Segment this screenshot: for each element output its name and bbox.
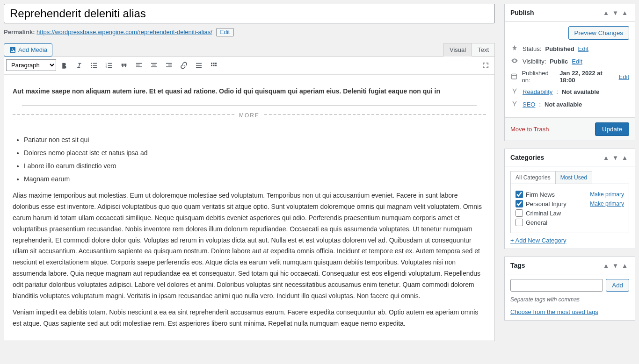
permalink-url[interactable]: https://wordpressbase.wpengine.com/repre… xyxy=(36,29,212,36)
svg-rect-21 xyxy=(196,63,202,64)
permalink-row: Permalink: https://wordpressbase.wpengin… xyxy=(4,28,495,36)
italic-icon[interactable] xyxy=(72,58,86,72)
update-button[interactable]: Update xyxy=(595,122,629,136)
svg-rect-18 xyxy=(166,63,172,64)
category-checkbox[interactable] xyxy=(516,200,523,207)
body-paragraph: Veniam impedit ea debitis totam. Nobis n… xyxy=(13,307,486,329)
choose-tags-link[interactable]: Choose from the most used tags xyxy=(510,308,598,315)
svg-rect-24 xyxy=(211,63,212,64)
body-paragraph: Alias maxime temporibus aut molestias. E… xyxy=(13,190,486,301)
chevron-up-icon[interactable]: ▴ xyxy=(601,153,610,162)
svg-rect-27 xyxy=(211,64,212,66)
panel-toggle-icon[interactable]: ▴ xyxy=(620,153,629,162)
seo-link[interactable]: SEO xyxy=(523,101,535,108)
svg-rect-3 xyxy=(93,63,97,64)
tab-text[interactable]: Text xyxy=(472,43,495,57)
panel-toggle-icon[interactable]: ▴ xyxy=(620,261,629,270)
toolbar-toggle-icon[interactable] xyxy=(207,58,221,72)
tags-input[interactable] xyxy=(510,279,603,292)
categories-title: Categories xyxy=(510,154,544,161)
tags-hint: Separate tags with commas xyxy=(510,296,629,303)
chevron-up-icon[interactable]: ▴ xyxy=(601,261,610,270)
make-primary-link[interactable]: Make primary xyxy=(590,200,624,207)
tab-visual[interactable]: Visual xyxy=(443,43,472,57)
read-more-icon[interactable] xyxy=(192,58,206,72)
lead-paragraph: Aut maxime saepe non aliquam autem iure.… xyxy=(13,87,440,95)
align-left-icon[interactable] xyxy=(132,58,146,72)
svg-rect-10 xyxy=(108,65,112,66)
svg-rect-4 xyxy=(93,65,97,66)
svg-rect-22 xyxy=(196,65,202,66)
tags-title: Tags xyxy=(510,262,525,269)
add-tag-button[interactable]: Add xyxy=(606,279,629,292)
svg-rect-20 xyxy=(166,66,172,67)
panel-toggle-icon[interactable]: ▴ xyxy=(620,8,629,17)
visibility-edit-link[interactable]: Edit xyxy=(572,58,582,65)
list-item: Labore illo earum distinctio vero xyxy=(24,161,486,172)
svg-rect-29 xyxy=(215,64,217,66)
svg-text:3: 3 xyxy=(106,66,107,69)
separator xyxy=(22,105,477,106)
chevron-down-icon[interactable]: ▾ xyxy=(610,261,620,270)
svg-rect-28 xyxy=(213,64,215,66)
svg-point-1 xyxy=(91,64,92,65)
svg-rect-16 xyxy=(152,64,156,65)
tags-panel: Tags ▴ ▾ ▴ Add Separate tags with commas… xyxy=(504,257,635,321)
svg-rect-17 xyxy=(151,66,157,67)
svg-rect-15 xyxy=(151,63,157,64)
editor-toolbar: Paragraph 123 xyxy=(4,57,494,75)
preview-button[interactable]: Preview Changes xyxy=(568,26,629,40)
quote-icon[interactable] xyxy=(117,58,131,72)
category-checkbox[interactable] xyxy=(516,209,523,217)
link-icon[interactable] xyxy=(177,58,191,72)
move-to-trash-link[interactable]: Move to Trash xyxy=(510,126,549,133)
tab-most-used[interactable]: Most Used xyxy=(555,171,592,184)
svg-point-0 xyxy=(91,63,92,64)
list-item: Dolores nemo placeat iste et natus ipsa … xyxy=(24,148,486,159)
yoast-icon xyxy=(510,87,519,96)
add-media-button[interactable]: Add Media xyxy=(4,43,52,57)
readability-link[interactable]: Readability xyxy=(523,88,552,95)
more-tag: MORE xyxy=(13,114,486,126)
make-primary-link[interactable]: Make primary xyxy=(590,191,624,198)
category-checkbox[interactable] xyxy=(516,191,523,198)
chevron-up-icon[interactable]: ▴ xyxy=(601,8,610,17)
format-select[interactable]: Paragraph xyxy=(6,59,56,71)
calendar-icon xyxy=(510,72,518,81)
post-title-input[interactable] xyxy=(4,4,495,23)
svg-rect-31 xyxy=(512,75,517,76)
editor: Paragraph 123 Aut maxime saepe non aliqu… xyxy=(4,56,495,341)
svg-rect-19 xyxy=(168,64,172,65)
svg-rect-25 xyxy=(213,63,215,64)
fullscreen-icon[interactable] xyxy=(479,58,493,72)
tab-all-categories[interactable]: All Categories xyxy=(510,171,556,184)
content-editor[interactable]: Aut maxime saepe non aliquam autem iure.… xyxy=(4,75,494,341)
add-new-category-link[interactable]: + Add New Category xyxy=(510,237,566,244)
permalink-edit-button[interactable]: Edit xyxy=(216,28,234,36)
list-item: Pariatur non est sit qui xyxy=(24,135,486,146)
align-center-icon[interactable] xyxy=(147,58,161,72)
eye-icon xyxy=(510,57,519,66)
svg-rect-23 xyxy=(196,67,202,68)
bold-icon[interactable] xyxy=(57,58,71,72)
status-edit-link[interactable]: Edit xyxy=(578,45,588,52)
svg-rect-13 xyxy=(136,64,140,65)
published-edit-link[interactable]: Edit xyxy=(619,73,629,80)
category-checkbox[interactable] xyxy=(516,219,523,226)
align-right-icon[interactable] xyxy=(162,58,176,72)
svg-rect-12 xyxy=(136,63,142,64)
svg-point-2 xyxy=(91,67,92,68)
yoast-icon xyxy=(510,100,519,109)
svg-rect-14 xyxy=(136,66,142,67)
svg-rect-5 xyxy=(93,67,97,68)
publish-panel: Publish ▴ ▾ ▴ Preview Changes Status: Pu… xyxy=(504,4,635,141)
svg-rect-11 xyxy=(108,67,112,68)
numbered-list-icon[interactable]: 123 xyxy=(102,58,116,72)
pin-icon xyxy=(510,44,519,53)
categories-panel: Categories ▴ ▾ ▴ All Categories Most Use… xyxy=(504,149,635,249)
chevron-down-icon[interactable]: ▾ xyxy=(610,8,620,17)
list-item: Magnam earum xyxy=(24,174,486,185)
bullet-list-icon[interactable] xyxy=(87,58,101,72)
media-icon xyxy=(9,46,16,54)
chevron-down-icon[interactable]: ▾ xyxy=(610,153,620,162)
